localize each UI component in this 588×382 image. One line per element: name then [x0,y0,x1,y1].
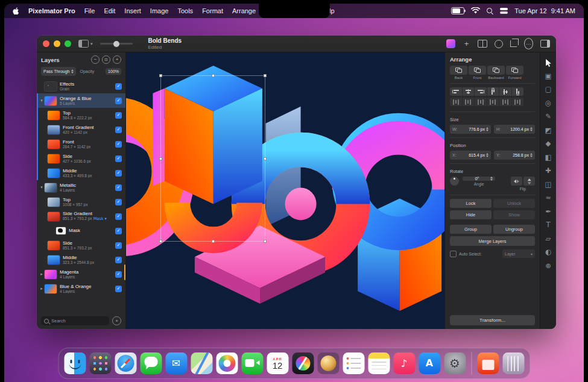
dock-messages-icon[interactable] [140,352,162,374]
selection-handle[interactable] [264,240,267,243]
add-icon[interactable]: + [463,39,470,48]
select-tool-icon[interactable]: ▢ [543,85,553,95]
transform-tool-icon[interactable]: ▣ [543,72,553,81]
chevron-down-icon[interactable]: ▾ [39,98,45,103]
layer-visibility-checkbox[interactable]: ✓ [115,228,122,234]
layer-visibility-checkbox[interactable]: ✓ [115,170,122,177]
layer-thumbnail[interactable] [48,140,60,149]
layer-row[interactable]: Mask✓ [37,224,125,238]
layer-row[interactable]: EffectsGrain✓ [37,79,125,93]
y-field[interactable]: Y: 258.8 px [494,151,535,160]
dock-photos-icon[interactable] [216,352,238,374]
order-back-button[interactable]: Back [450,66,467,80]
stepper-arrows-icon[interactable] [486,153,488,157]
layer-visibility-checkbox[interactable]: ✓ [115,199,122,205]
battery-icon[interactable] [451,7,464,14]
layer-row[interactable]: ▸Blue & Orange4 Layers✓ [37,281,125,296]
layer-row[interactable]: Middle323.3 × 2544.8 px✓ [37,252,125,267]
rotate-knob[interactable] [450,177,459,186]
selection-handle[interactable] [264,74,267,77]
media-browser-icon[interactable] [478,40,487,48]
layer-visibility-checkbox[interactable]: ✓ [115,184,122,191]
layer-row[interactable]: Side Gradient851.3 × 793.2 px Mask ▾✓ [37,209,125,224]
menu-item[interactable]: Format [202,7,223,14]
dock-settings-icon[interactable]: ⚙ [444,352,466,374]
auto-select-dropdown[interactable]: Layer ▾ [502,249,535,258]
dock-gold-icon[interactable] [317,352,339,374]
stepper-arrows-icon[interactable] [486,127,488,131]
selection-handle[interactable] [159,74,162,77]
distribute-button[interactable] [475,98,487,106]
dock-trash-icon[interactable] [502,352,524,374]
minimize-button[interactable] [54,40,60,47]
chevron-down-icon[interactable]: ▾ [39,185,45,190]
layer-thumbnail[interactable] [48,255,60,265]
stepper-arrows-icon[interactable] [530,127,533,131]
distribute-button[interactable] [450,98,462,106]
zoom-tool-icon[interactable]: ⊕ [543,261,553,271]
menu-item[interactable]: File [84,7,95,14]
selection-handle[interactable] [212,74,215,77]
unlock-button[interactable]: Unlock [493,199,535,208]
layer-thumbnail[interactable] [45,284,57,293]
selection-handle[interactable] [212,240,215,243]
gradient-tool-icon[interactable]: ◧ [543,153,553,163]
new-group-icon[interactable]: ▫ [102,55,110,64]
layer-row[interactable]: Top584.8 × 222.2 px✓ [37,108,125,122]
selection-box[interactable] [160,75,265,242]
opacity-field[interactable]: 100% [106,68,121,75]
pen-tool-icon[interactable]: ✒ [543,207,553,217]
layer-visibility-checkbox[interactable]: ✓ [115,155,122,162]
color-tool-icon[interactable]: ◐ [543,248,553,257]
layer-visibility-checkbox[interactable]: ✓ [115,257,122,263]
align-bottom-button[interactable] [512,87,524,96]
layer-thumbnail[interactable] [48,154,60,163]
flip-horizontal-button[interactable] [511,177,522,186]
dock-launchpad-icon[interactable] [89,352,111,374]
dock-maps-icon[interactable] [191,352,212,374]
menu-item[interactable]: Arrange [232,7,256,14]
align-middle-button[interactable] [499,87,511,96]
dock-facetime-icon[interactable] [241,352,263,374]
ungroup-button[interactable]: Ungroup [493,225,535,234]
auto-select-checkbox[interactable] [450,251,457,257]
blend-mode-select[interactable]: Pass Through [41,67,76,76]
layer-row[interactable]: ▾Orange & Blue5 Layers✓ [37,93,125,108]
height-field[interactable]: H: 1200.4 px [494,125,535,134]
layer-row[interactable]: Front Gradient420 × 1142 px✓ [37,122,125,137]
align-right-button[interactable] [475,87,487,96]
layer-thumbnail[interactable] [48,212,60,221]
selection-handle[interactable] [159,240,162,243]
stepper-arrows-icon[interactable] [490,177,493,181]
distribute-button[interactable] [463,98,475,106]
zoom-button[interactable] [65,40,71,47]
menu-item[interactable]: Edit [104,7,115,14]
chevron-right-icon[interactable]: ▸ [39,286,45,291]
zoom-slider[interactable] [100,43,133,45]
apple-menu-icon[interactable] [13,7,20,15]
layer-visibility-checkbox[interactable]: ✓ [115,98,122,104]
control-center-icon[interactable] [500,8,508,14]
type-tool-icon[interactable]: T [543,221,553,230]
mask-link[interactable]: Mask ▾ [92,216,107,221]
distribute-button[interactable] [487,98,499,106]
shape-tool-icon[interactable]: ▱ [543,234,553,244]
layer-row[interactable]: Side427 × 1036.6 px✓ [37,151,125,166]
stepper-arrows-icon[interactable] [530,153,533,157]
clone-tool-icon[interactable]: ◫ [543,180,553,190]
selection-handle[interactable] [159,157,162,160]
quick-select-tool-icon[interactable]: ◎ [543,99,553,108]
dock-notes-icon[interactable] [368,352,390,374]
layer-visibility-checkbox[interactable]: ✓ [115,213,122,220]
transform-button[interactable]: Transform... [450,315,535,325]
dock-safari-icon[interactable] [115,352,136,374]
layer-row[interactable]: ▾Metallic4 Layers✓ [37,180,125,195]
menu-clock[interactable]: Tue Apr 12 9:41 AM [514,7,575,14]
menu-item[interactable]: Image [150,7,169,14]
add-layer-icon[interactable]: + [113,55,121,64]
distribute-button[interactable] [499,98,511,106]
dock-downloads-icon[interactable] [477,352,499,374]
layer-thumbnail[interactable] [48,125,60,134]
search-input[interactable]: Search [41,316,109,325]
hide-button[interactable]: Hide [450,210,492,219]
